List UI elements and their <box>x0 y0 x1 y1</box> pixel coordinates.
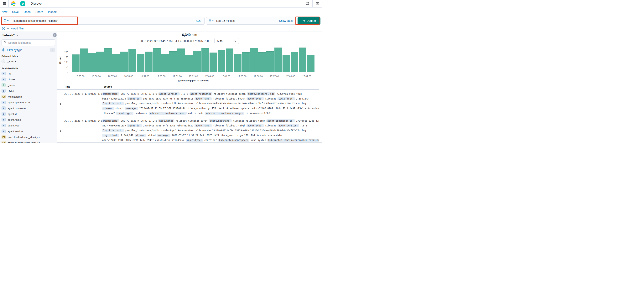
histogram-bar[interactable] <box>282 55 290 72</box>
field-chip: message: <box>125 107 138 110</box>
expand-row-button[interactable] <box>57 119 64 142</box>
nav-link-inspect[interactable]: Inspect <box>48 10 57 13</box>
source-line: stream:stdoutmessage:2020-07-07 11:39:27… <box>102 106 319 111</box>
field-item[interactable]: azure.auditlogs.properties.ac... <box>0 140 57 143</box>
field-value: 2020-07-07 11:39:27.245 [INFO][42] iface… <box>172 134 283 137</box>
field-value: filebeat-filebeat-t8fgf <box>213 124 245 127</box>
field-chip: @timestamp: <box>102 119 120 122</box>
field-chip: agent.ephemeral_id: <box>247 92 275 95</box>
histogram-bar[interactable] <box>193 51 201 72</box>
field-chip: log.file.path: <box>102 129 124 132</box>
interval-select[interactable]: Auto <box>214 38 239 44</box>
histogram-bar[interactable] <box>72 54 80 72</box>
histogram-bar[interactable] <box>137 54 144 72</box>
histogram-bar[interactable] <box>177 48 185 72</box>
field-item[interactable]: tagent.type <box>0 123 57 128</box>
help-button[interactable] <box>303 0 312 7</box>
histogram-bar[interactable] <box>112 54 120 72</box>
query-language-button[interactable]: KQL <box>196 19 202 22</box>
histogram-bar[interactable] <box>169 51 177 72</box>
x-tick-label: 17:03:00 <box>205 75 214 78</box>
histogram-bar[interactable] <box>218 50 225 72</box>
histogram-bar[interactable] <box>185 55 193 72</box>
y-tick-label: 200 <box>60 51 68 54</box>
column-header-time[interactable]: Time <box>64 85 72 88</box>
query-input[interactable]: kubernetes.container.name : "kibana" KQL <box>11 17 204 24</box>
histogram-bar[interactable] <box>202 48 209 72</box>
date-quick-select-button[interactable] <box>208 19 214 22</box>
filter-icon <box>2 48 5 52</box>
source-line: addr="2400:8904::f03c:92ff:fe97:b945" ex… <box>102 138 319 142</box>
field-chip: agent.version: <box>278 124 299 127</box>
field-value: Jul 7, 2020 @ 17:09:27.370 <box>121 93 157 95</box>
histogram-bar[interactable] <box>226 48 234 72</box>
expand-row-button[interactable] <box>57 92 64 116</box>
index-pattern-selector[interactable]: filebeat-* <box>2 34 55 37</box>
x-tick-label: 17:05:00 <box>238 75 246 78</box>
add-filter-button[interactable]: + Add filter <box>11 27 24 30</box>
histogram-bar[interactable] <box>242 52 250 72</box>
search-icon <box>4 41 6 44</box>
elastic-logo[interactable] <box>9 1 18 6</box>
update-button[interactable]: Update <box>298 17 320 25</box>
field-item[interactable]: tagent.id <box>0 111 57 117</box>
histogram-bar[interactable] <box>250 48 258 72</box>
chevron-left-icon <box>54 34 56 36</box>
histogram-bar[interactable] <box>210 52 217 72</box>
nav-link-new[interactable]: New <box>2 10 7 13</box>
field-item[interactable]: tagent.hostname <box>0 105 57 111</box>
doc-table-header: Time _source <box>57 84 319 90</box>
field-item[interactable]: tagent.ephemeral_id <box>0 99 57 105</box>
saved-query-menu-button[interactable] <box>2 17 11 24</box>
field-item[interactable]: tagent.version <box>0 128 57 134</box>
field-item[interactable]: </>_source <box>0 58 57 64</box>
histogram-bar[interactable] <box>88 53 96 72</box>
field-value: container <box>204 139 217 141</box>
field-name: agent.version <box>8 130 23 133</box>
source-line: log.file.path:/var/log/containers/calico… <box>102 101 319 106</box>
newsfeed-button[interactable] <box>312 0 322 7</box>
histogram-bar[interactable] <box>145 52 152 72</box>
field-item[interactable]: tagent.name <box>0 117 57 123</box>
histogram-bar[interactable] <box>299 47 306 72</box>
menu-icon[interactable] <box>0 0 8 7</box>
nav-link-save[interactable]: Save <box>12 10 19 13</box>
horizontal-scrollbar[interactable] <box>57 142 322 143</box>
table-row: Jul 7, 2020 @ 17:09:27.245@timestamp:Jul… <box>57 117 321 142</box>
field-item[interactable]: aws.cloudtrail.user_identity.s... <box>0 134 57 140</box>
x-tick-label: 17:01:00 <box>173 75 182 78</box>
field-value: /var/log/containers/calico-node-44pn2_ku… <box>125 129 306 132</box>
field-item[interactable]: t_type <box>0 88 57 94</box>
histogram-bar[interactable] <box>80 48 88 72</box>
histogram-bar[interactable] <box>104 48 112 72</box>
time-range-value[interactable]: Last 15 minutes <box>216 19 277 22</box>
field-chip: kubernetes.labels.controller-revision- <box>267 139 319 142</box>
histogram-bar[interactable] <box>120 52 128 72</box>
field-search-input[interactable] <box>2 39 55 46</box>
field-value: stdout <box>115 107 124 110</box>
space-avatar[interactable]: D <box>20 1 25 6</box>
histogram-bar[interactable] <box>96 52 104 72</box>
histogram-bar[interactable] <box>258 52 266 72</box>
field-item[interactable]: t_id <box>0 71 57 76</box>
filter-icon[interactable] <box>2 27 6 30</box>
collapse-sidebar-button[interactable] <box>53 33 56 37</box>
histogram-bar[interactable] <box>128 49 136 72</box>
top-app-bar: D Discover <box>0 0 322 7</box>
histogram-bar[interactable] <box>161 54 169 72</box>
histogram-bar[interactable] <box>290 52 298 72</box>
histogram-bar[interactable] <box>234 54 242 72</box>
histogram-bar[interactable] <box>307 55 314 72</box>
nav-link-open[interactable]: Open <box>24 10 30 13</box>
field-item[interactable]: #_score <box>0 82 57 88</box>
field-item[interactable]: @timestamp <box>0 94 57 99</box>
time-range-title: Jul 7, 2020 @ 16:54:37.750 - Jul 7, 2020… <box>140 39 212 42</box>
nav-link-share[interactable]: Share <box>36 10 43 13</box>
histogram-bar[interactable] <box>153 48 160 72</box>
show-dates-button[interactable]: Show dates <box>279 19 293 22</box>
filter-by-type-button[interactable]: Filter by type <box>7 48 22 52</box>
histogram-bar[interactable] <box>266 51 274 72</box>
histogram-bar[interactable] <box>274 47 282 72</box>
string-field-icon: t <box>2 72 6 75</box>
field-item[interactable]: t_index <box>0 76 57 82</box>
